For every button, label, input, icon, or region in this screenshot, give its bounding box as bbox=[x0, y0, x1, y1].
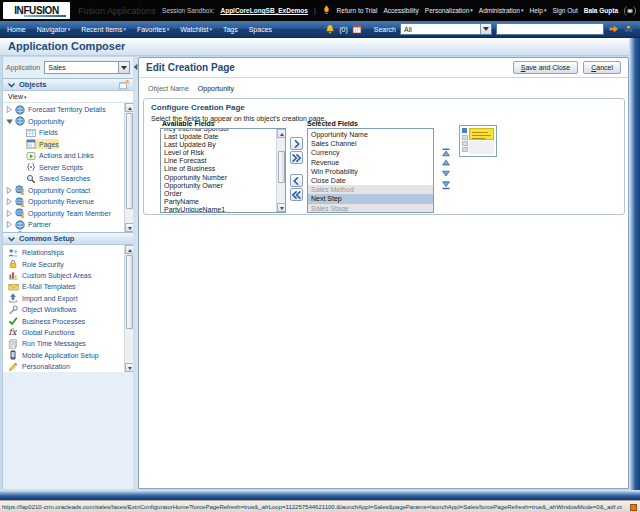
available-fields-listbox[interactable]: Key Internal SponsorLast Update DateLast… bbox=[160, 128, 286, 213]
tree-item-fields[interactable]: Fields bbox=[3, 127, 124, 139]
selected-field-close-date[interactable]: Close Date bbox=[308, 176, 433, 185]
nav-item-spaces[interactable]: Spaces bbox=[249, 26, 272, 33]
dropdown-arrow-icon[interactable] bbox=[480, 24, 491, 34]
topbar-link-sign-out[interactable]: Sign Out bbox=[552, 7, 577, 14]
common-setup-scrollbar[interactable] bbox=[124, 245, 133, 372]
brand-logo: INFUSION bbox=[3, 2, 70, 19]
search-scope-select[interactable]: All bbox=[400, 23, 492, 35]
selected-field-next-step[interactable]: Next Step bbox=[308, 194, 433, 203]
selected-field-opportunity-name[interactable]: Opportunity Name bbox=[308, 130, 433, 139]
scroll-down-button[interactable] bbox=[277, 203, 286, 212]
move-up-button[interactable] bbox=[440, 159, 452, 168]
tree-item-opportunity-team-member[interactable]: Opportunity Team Member bbox=[3, 208, 124, 220]
objects-accordion-header[interactable]: Objects bbox=[3, 78, 133, 91]
move-down-button[interactable] bbox=[440, 170, 452, 179]
selected-field-sales-channel[interactable]: Sales Channel bbox=[308, 139, 433, 148]
tree-item-opportunity-revenue[interactable]: Opportunity Revenue bbox=[3, 196, 124, 208]
topbar-link-return-to-trial[interactable]: Return to Trial bbox=[337, 7, 378, 14]
tree-item-partner[interactable]: Partner bbox=[3, 219, 124, 231]
scroll-thumb[interactable] bbox=[278, 151, 285, 183]
nav-item-navigator[interactable]: Navigator▾ bbox=[37, 26, 70, 33]
common-setup-item-relationships[interactable]: Relationships bbox=[3, 247, 124, 258]
tree-item-actions-and-links[interactable]: Actions and Links bbox=[3, 150, 124, 162]
view-menu-button[interactable]: View bbox=[8, 93, 23, 100]
nav-item-home[interactable]: Home bbox=[7, 26, 26, 33]
common-setup-item-role-security[interactable]: Role Security bbox=[3, 258, 124, 269]
available-field-level-of-risk[interactable]: Level of Risk bbox=[161, 149, 276, 157]
common-setup-item-run-time-messages[interactable]: Run Time Messages bbox=[3, 338, 124, 349]
topbar-link-help[interactable]: Help▾ bbox=[530, 7, 547, 14]
move-right-button[interactable] bbox=[290, 137, 303, 150]
tree-scrollbar[interactable] bbox=[124, 103, 133, 232]
common-setup-item-custom-subject-areas[interactable]: Custom Subject Areas bbox=[3, 270, 124, 281]
available-field-last-updated-by[interactable]: Last Updated By bbox=[161, 141, 276, 149]
common-setup-item-object-workflows[interactable]: Object Workflows bbox=[3, 304, 124, 315]
nav-item-tags[interactable]: Tags bbox=[223, 26, 238, 33]
dropdown-arrow-icon[interactable] bbox=[118, 62, 129, 73]
available-field-partyuniquename1[interactable]: PartyUniqueName1 bbox=[161, 206, 276, 213]
objects-tree: Forecast Territory DetailsOpportunityFie… bbox=[3, 103, 133, 232]
common-setup-item-business-processes[interactable]: Business Processes bbox=[3, 315, 124, 326]
available-field-line-of-business[interactable]: Line of Business bbox=[161, 165, 276, 173]
move-to-bottom-button[interactable] bbox=[440, 181, 452, 190]
topbar-link-accessibility[interactable]: Accessibility bbox=[383, 7, 418, 14]
business-processes-icon bbox=[7, 316, 19, 326]
selected-field-sales-stage[interactable]: Sales Stage bbox=[308, 204, 433, 213]
application-select[interactable]: Sales bbox=[44, 61, 130, 74]
expand-icon bbox=[5, 186, 13, 195]
notification-count[interactable]: (0) bbox=[339, 26, 348, 33]
tree-item-label: Saved Searches bbox=[39, 175, 90, 182]
tree-item-server-scripts[interactable]: Server Scripts bbox=[3, 162, 124, 174]
tree-item-opportunity-contact[interactable]: Opportunity Contact bbox=[3, 185, 124, 197]
move-left-button[interactable] bbox=[290, 174, 303, 187]
scroll-up-button[interactable] bbox=[125, 103, 133, 112]
available-field-line-forecast[interactable]: Line Forecast bbox=[161, 157, 276, 165]
common-setup-item-mobile-application-setup[interactable]: Mobile Application Setup bbox=[3, 350, 124, 361]
available-field-last-update-date[interactable]: Last Update Date bbox=[161, 133, 276, 141]
available-field-opportunity-owner[interactable]: Opportunity Owner bbox=[161, 182, 276, 190]
common-setup-item-import-and-export[interactable]: Import and Export bbox=[3, 293, 124, 304]
selected-field-win-probability[interactable]: Win Probability bbox=[308, 167, 433, 176]
tree-item-item[interactable] bbox=[3, 231, 124, 233]
selected-field-currency[interactable]: Currency bbox=[308, 148, 433, 157]
tree-item-saved-searches[interactable]: Saved Searches bbox=[3, 173, 124, 185]
common-setup-item-global-functions[interactable]: fxGlobal Functions bbox=[3, 327, 124, 338]
cancel-button[interactable]: Cancel bbox=[583, 61, 621, 74]
scroll-down-button[interactable] bbox=[125, 363, 133, 372]
common-setup-accordion-header[interactable]: Common Setup bbox=[3, 232, 133, 245]
selected-field-sales-method[interactable]: Sales Method bbox=[308, 185, 433, 194]
section-description: Select the fields to appear on this obje… bbox=[144, 112, 624, 122]
tree-item-opportunity[interactable]: Opportunity bbox=[3, 116, 124, 128]
topbar-link-administration[interactable]: Administration▾ bbox=[479, 7, 524, 14]
available-fields-scrollbar[interactable] bbox=[276, 129, 285, 212]
selected-fields-listbox[interactable]: Opportunity NameSales ChannelCurrencyRev… bbox=[307, 128, 434, 213]
tree-item-forecast-territory-details[interactable]: Forecast Territory Details bbox=[3, 104, 124, 116]
search-scope-value: All bbox=[401, 26, 480, 33]
global-search-input[interactable] bbox=[496, 23, 604, 35]
move-all-right-button[interactable] bbox=[290, 151, 303, 164]
session-sandbox-label: Session Sandbox: bbox=[162, 7, 214, 14]
move-all-left-button[interactable] bbox=[290, 188, 303, 201]
save-and-close-button[interactable]: Save and Close bbox=[513, 61, 578, 74]
nav-item-watchlist[interactable]: Watchlist▾ bbox=[180, 26, 212, 33]
scroll-thumb[interactable] bbox=[126, 113, 133, 209]
available-field-order[interactable]: Order bbox=[161, 190, 276, 198]
available-field-opportunity-number[interactable]: Opportunity Number bbox=[161, 174, 276, 182]
scroll-up-button[interactable] bbox=[125, 245, 133, 254]
selected-field-revenue[interactable]: Revenue bbox=[308, 158, 433, 167]
available-field-partyname[interactable]: PartyName bbox=[161, 198, 276, 206]
scroll-down-button[interactable] bbox=[125, 223, 133, 232]
svg-text:fx: fx bbox=[9, 328, 18, 338]
object-icon bbox=[15, 220, 25, 230]
session-sandbox-link[interactable]: ApplCoreLongSB_ExDemos bbox=[220, 7, 307, 14]
tree-item-pages[interactable]: Pages bbox=[3, 139, 124, 151]
common-setup-item-personalization[interactable]: Personalization bbox=[3, 361, 124, 372]
scroll-thumb[interactable] bbox=[126, 255, 133, 329]
nav-item-favorites[interactable]: Favorites▾ bbox=[137, 26, 169, 33]
move-to-top-button[interactable] bbox=[440, 148, 452, 157]
scroll-up-button[interactable] bbox=[277, 129, 286, 138]
topbar-link-personalization[interactable]: Personalization▾ bbox=[425, 7, 473, 14]
chevron-down-icon: ▾ bbox=[544, 7, 547, 13]
common-setup-item-e-mail-templates[interactable]: E-Mail Templates bbox=[3, 281, 124, 292]
nav-item-recent-items[interactable]: Recent Items▾ bbox=[81, 26, 126, 33]
